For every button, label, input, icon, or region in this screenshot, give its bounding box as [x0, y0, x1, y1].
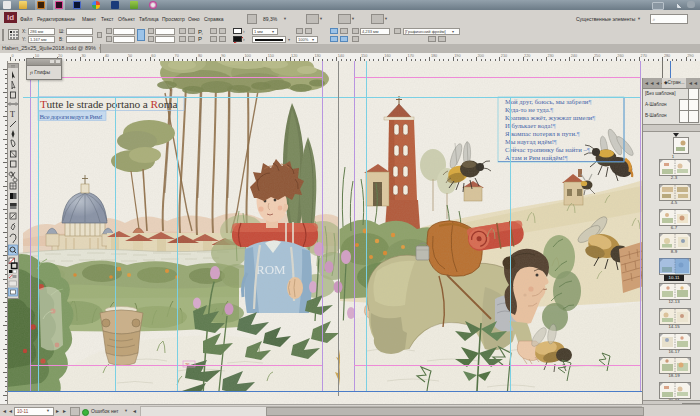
svg-text:T: T	[10, 110, 15, 119]
